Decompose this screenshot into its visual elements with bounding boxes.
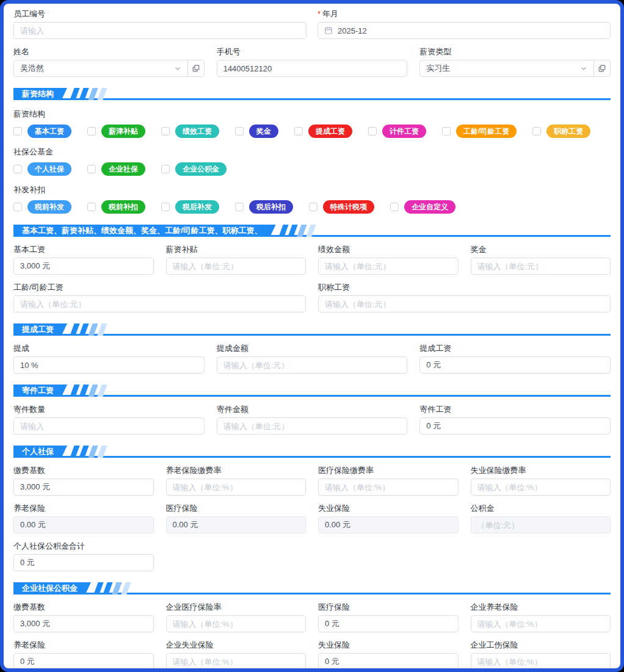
copy-name-button[interactable] (187, 60, 205, 77)
checkbox[interactable] (390, 203, 399, 211)
field-label: 绩效金额 (318, 244, 459, 255)
delivery-salary-input[interactable] (419, 417, 611, 435)
field-label: 养老保险 (13, 640, 154, 651)
checkbox[interactable] (87, 165, 96, 173)
checkbox[interactable] (13, 203, 22, 211)
field-company-pension: 养老保险 (13, 640, 154, 670)
field-commission-amount: 提成金额 (217, 343, 408, 374)
chevron-down-icon (174, 65, 181, 72)
copy-salary-type-button[interactable] (593, 60, 611, 77)
tag-label[interactable]: 企业公积金 (175, 162, 227, 176)
section-banner-title: 寄件工资 (13, 385, 67, 395)
checkbox[interactable] (13, 165, 22, 173)
company-fields-row-2: 养老保险 企业失业保险 失业保险 企业工伤保险 (13, 640, 611, 670)
checkbox[interactable] (442, 127, 451, 135)
pension-rate-input[interactable] (166, 479, 307, 496)
employee-id-label: 员工编号 (13, 9, 307, 20)
phone-input[interactable] (217, 60, 408, 77)
field-company-base: 缴费基数 (13, 602, 154, 632)
checkbox[interactable] (294, 127, 303, 135)
company-unemployment-rate-input[interactable] (166, 653, 307, 670)
tag-label[interactable]: 税前补扣 (101, 200, 145, 214)
field-label: 个人社保公积金合计 (13, 541, 154, 552)
tag-label[interactable]: 计件工资 (382, 125, 426, 138)
section-banner-title: 企业社保公积金 (13, 582, 91, 593)
company-pension-rate-input[interactable] (471, 615, 611, 632)
title-salary-input[interactable] (318, 295, 611, 313)
company-base-input[interactable] (13, 615, 154, 632)
page: 员工编号 *年月 2025-12 姓名 吴浩然 (0, 0, 624, 672)
field-employee-id: 员工编号 (13, 9, 307, 39)
checkbox[interactable] (87, 203, 96, 211)
checkbox[interactable] (161, 165, 170, 173)
tag-option: 税后补发 (161, 200, 219, 214)
field-label: 缴费基数 (13, 465, 154, 476)
tag-label[interactable]: 绩效工资 (175, 125, 219, 138)
year-month-picker[interactable]: 2025-12 (317, 22, 611, 39)
tag-label[interactable]: 税后补扣 (249, 200, 293, 214)
salary-type-select[interactable]: 实习生 (419, 60, 594, 77)
section-banner-title: 薪资结构 (13, 88, 67, 98)
bonus-input[interactable] (471, 258, 611, 275)
tag-label[interactable]: 特殊计税项 (323, 200, 374, 214)
delivery-count-input[interactable] (13, 417, 205, 435)
tag-option: 绩效工资 (161, 125, 219, 138)
field-delivery-amount: 寄件金额 (217, 404, 408, 435)
personal-base-input[interactable] (13, 479, 154, 496)
checkbox[interactable] (161, 203, 170, 211)
field-label: 医疗保险 (166, 503, 307, 514)
company-medical-rate-input[interactable] (166, 615, 307, 632)
name-select[interactable]: 吴浩然 (13, 60, 188, 77)
field-pension: 养老保险 (13, 503, 154, 533)
checkbox[interactable] (161, 127, 170, 135)
company-pension-input[interactable] (13, 653, 154, 670)
field-label: 寄件工资 (419, 404, 611, 415)
allowance-input[interactable] (166, 258, 307, 275)
checkbox[interactable] (87, 127, 96, 135)
tag-label[interactable]: 薪津补贴 (101, 125, 145, 138)
checkbox[interactable] (368, 127, 377, 135)
tag-label[interactable]: 工龄/司龄工资 (456, 125, 517, 138)
tag-label[interactable]: 奖金 (249, 125, 278, 138)
unemployment-rate-input[interactable] (471, 479, 611, 496)
field-label: 基本工资 (13, 244, 154, 255)
field-basic-salary: 基本工资 (13, 244, 154, 275)
company-injury-rate-input[interactable] (471, 653, 611, 670)
tag-label[interactable]: 企业自定义 (404, 200, 455, 214)
performance-input[interactable] (318, 258, 459, 275)
checkbox[interactable] (13, 127, 22, 135)
checkbox[interactable] (532, 127, 541, 135)
tag-label[interactable]: 税后补发 (175, 200, 219, 214)
medical-rate-input[interactable] (318, 479, 459, 496)
checkbox[interactable] (309, 203, 317, 211)
company-unemployment-input[interactable] (318, 653, 459, 670)
commission-salary-input[interactable] (419, 356, 611, 374)
field-seniority: 工龄/司龄工资 (13, 282, 306, 313)
company-medical-input[interactable] (318, 615, 459, 632)
commission-rate-input[interactable] (13, 356, 205, 374)
personal-total-input[interactable] (13, 554, 154, 571)
company-fields-row-1: 缴费基数 企业医疗保险率 医疗保险 企业养老保险 (13, 602, 611, 632)
checkbox[interactable] (235, 127, 244, 135)
salary-type-label: 薪资类型 (419, 46, 611, 57)
tag-label[interactable]: 提成工资 (308, 125, 352, 138)
banner-stripes (96, 582, 129, 593)
commission-amount-input[interactable] (217, 356, 408, 374)
tag-label[interactable]: 职称工资 (546, 125, 590, 138)
tag-row-structure: 基本工资 薪津补贴 绩效工资 奖金 提成工资 计件工资 工龄/司龄工资 职称工资 (13, 125, 611, 138)
checkbox[interactable] (235, 203, 244, 211)
tag-label[interactable]: 个人社保 (27, 162, 71, 176)
banner-stripes (281, 225, 314, 235)
tag-label[interactable]: 企业社保 (101, 162, 145, 176)
basic-salary-input[interactable] (13, 258, 154, 275)
delivery-amount-input[interactable] (217, 417, 408, 435)
tag-label[interactable]: 税前补发 (27, 200, 71, 214)
field-company-medical: 医疗保险 (318, 602, 459, 632)
field-unemployment-rate: 失业保险缴费率 (471, 465, 611, 496)
copy-icon (598, 64, 606, 73)
seniority-input[interactable] (13, 295, 306, 313)
tag-option: 薪津补贴 (87, 125, 145, 138)
tag-label[interactable]: 基本工资 (27, 125, 71, 138)
employee-id-input[interactable] (13, 22, 307, 39)
pension-input (13, 516, 154, 533)
